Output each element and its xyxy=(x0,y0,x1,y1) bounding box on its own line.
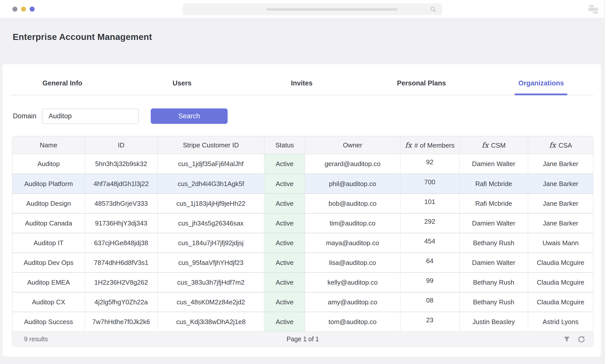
table-body: Auditop 5hn3h3j32b9sk32 cus_1jdjf35aFj6f… xyxy=(12,154,593,331)
cell-owner: phil@auditop.co xyxy=(305,174,400,193)
cell-csm: Bethany Rush xyxy=(460,292,528,312)
cell-name: Auditop Success xyxy=(12,312,85,331)
cell-stripe-customer-id: cus_jh34s5g26346sax xyxy=(158,213,264,233)
col-header-stripe-customer-id: Stripe Customer ID xyxy=(158,136,264,154)
cell-owner: tom@auditop.co xyxy=(305,312,400,331)
cell-stripe-customer-id: cus_1j183j4jHjf9jeHh22 xyxy=(158,193,264,213)
table-row[interactable]: Auditop EMEA 1H2z36H2V8g262 cus_383u3h7j… xyxy=(12,272,593,292)
cell-csa: Uwais Mann xyxy=(528,233,593,253)
fx-formula-icon: fx xyxy=(482,141,488,149)
col-header-status: Status xyxy=(264,136,305,154)
domain-label: Domain xyxy=(13,112,36,120)
cell-stripe-customer-id: cus_184u7jH7jfj92jdjsj xyxy=(158,233,264,253)
cell-status: Active xyxy=(264,213,305,233)
table-row[interactable]: Auditop 5hn3h3j32b9sk32 cus_1jdjf35aFj6f… xyxy=(12,154,593,174)
cell-owner: maya@auditop.co xyxy=(305,233,400,253)
tab-users[interactable]: Users xyxy=(122,79,242,95)
cell-csa: Jane Barker xyxy=(528,174,593,193)
cell-csm: Bethany Rush xyxy=(460,233,528,253)
cell-name: Auditop Design xyxy=(12,193,85,213)
menu-bar xyxy=(593,12,598,14)
table-row[interactable]: Auditop Canada 91736HhjY3dj343 cus_jh34s… xyxy=(12,213,593,233)
browser-search-bar[interactable] xyxy=(183,4,442,15)
cell-name: Auditop Platform xyxy=(12,174,85,193)
cell-csm: Bethany Rush xyxy=(460,272,528,292)
cell-status: Active xyxy=(264,272,305,292)
col-header-id: ID xyxy=(85,136,158,154)
domain-search-row: Domain Search xyxy=(13,108,601,124)
cell-csa: Jane Barker xyxy=(528,193,593,213)
col-header-csa: fxCSA xyxy=(528,136,593,154)
main-card: General Info Users Invites Personal Plan… xyxy=(3,64,601,356)
cell-stripe-customer-id: cus_1jdjf35aFj6f4alJhf xyxy=(158,154,264,174)
table-row[interactable]: Auditop Platform 4hf7a48jdGh1l3j22 cus_2… xyxy=(12,174,593,193)
cell-csm: Justin Beasley xyxy=(460,312,528,331)
window-dot-indigo[interactable] xyxy=(30,7,35,12)
results-count: 9 results xyxy=(24,335,48,343)
cell-csa: Jane Barker xyxy=(528,154,593,174)
cell-members: 92 xyxy=(400,154,460,174)
cell-id: 7874dhH6d8fV3s1 xyxy=(85,253,158,272)
cell-members: 292 xyxy=(400,213,460,233)
search-placeholder-line xyxy=(266,8,398,11)
page-title: Enterprise Account Management xyxy=(13,32,607,42)
cell-csa: Claudia Mcguire xyxy=(528,272,593,292)
cell-csm: Damien Walter xyxy=(460,154,528,174)
cell-members: 454 xyxy=(400,233,460,253)
window-dots xyxy=(12,7,35,12)
cell-owner: amy@auditop.co xyxy=(305,292,400,312)
table-row[interactable]: Auditop CX 4j2lg5fhgY0Zh22a cus_48sK0M2z… xyxy=(12,292,593,312)
cell-csm: Damien Walter xyxy=(460,213,528,233)
organizations-table: Name ID Stripe Customer ID Status Owner … xyxy=(12,136,593,347)
cell-members: 08 xyxy=(400,292,460,312)
cell-id: 5hn3h3j32b9sk32 xyxy=(85,154,158,174)
cell-owner: lisa@auditop.co xyxy=(305,253,400,272)
table-footer: 9 results Page 1 of 1 xyxy=(12,331,593,347)
cell-name: Auditop EMEA xyxy=(12,272,85,292)
cell-id: 4j2lg5fhgY0Zh22a xyxy=(85,292,158,312)
window-dot-gray[interactable] xyxy=(12,7,17,12)
cell-csa: Claudia Mcguire xyxy=(528,292,593,312)
table-row[interactable]: Auditop Design 48573dhGrjeV333 cus_1j183… xyxy=(12,193,593,213)
cell-csm: Damien Walter xyxy=(460,253,528,272)
cell-members: 700 xyxy=(400,174,460,193)
cell-id: 4hf7a48jdGh1l3j22 xyxy=(85,174,158,193)
filter-icon[interactable] xyxy=(563,335,571,343)
cell-id: 637cjHGe848jdj38 xyxy=(85,233,158,253)
tab-general-info[interactable]: General Info xyxy=(3,79,122,95)
table-row[interactable]: Auditop Success 7w7hHdhe7f0Jk2k6 cus_Kdj… xyxy=(12,312,593,331)
cell-owner: kelly@auditop.co xyxy=(305,272,400,292)
cell-name: Auditop Canada xyxy=(12,213,85,233)
tab-organizations[interactable]: Organizations xyxy=(481,79,601,95)
tab-invites[interactable]: Invites xyxy=(242,79,361,95)
window-menu-icon[interactable] xyxy=(588,5,599,14)
tab-personal-plans[interactable]: Personal Plans xyxy=(362,79,481,95)
window-dot-yellow[interactable] xyxy=(21,7,26,12)
scrollbar-track[interactable] xyxy=(604,0,607,364)
search-button[interactable]: Search xyxy=(151,108,228,124)
cell-members: 64 xyxy=(400,253,460,272)
refresh-icon[interactable] xyxy=(577,335,586,343)
col-header-owner: Owner xyxy=(305,136,400,154)
cell-csa: Astrid Lyons xyxy=(528,312,593,331)
cell-members: 23 xyxy=(400,312,460,331)
page-indicator: Page 1 of 1 xyxy=(287,335,319,343)
search-icon xyxy=(430,6,437,14)
cell-stripe-customer-id: cus_95faaVfjhYHdjf23 xyxy=(158,253,264,272)
cell-members: 99 xyxy=(400,272,460,292)
cell-status: Active xyxy=(264,233,305,253)
domain-input[interactable] xyxy=(42,108,139,124)
tab-divider xyxy=(10,95,593,95)
cell-stripe-customer-id: cus_48sK0M2z84e2jd2 xyxy=(158,292,264,312)
cell-members: 101 xyxy=(400,193,460,213)
tab-bar: General Info Users Invites Personal Plan… xyxy=(3,64,601,95)
table-row[interactable]: Auditop Dev Ops 7874dhH6d8fV3s1 cus_95fa… xyxy=(12,253,593,272)
menu-bar xyxy=(588,8,598,11)
cell-status: Active xyxy=(264,312,305,331)
window-titlebar xyxy=(0,0,607,18)
cell-id: 1H2z36H2V8g262 xyxy=(85,272,158,292)
cell-status: Active xyxy=(264,253,305,272)
table-row[interactable]: Auditop IT 637cjHGe848jdj38 cus_184u7jH7… xyxy=(12,233,593,253)
fx-formula-icon: fx xyxy=(405,141,412,149)
cell-stripe-customer-id: cus_383u3h7jfjHdf7m2 xyxy=(158,272,264,292)
